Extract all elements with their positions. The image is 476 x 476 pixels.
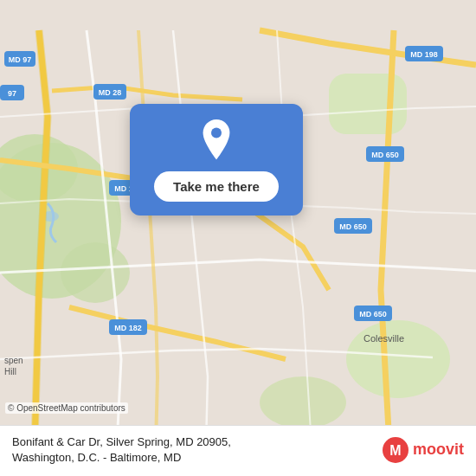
svg-rect-4 <box>329 74 407 134</box>
address-line2: Washington, D.C. - Baltimore, MD <box>12 451 181 464</box>
svg-text:MD 198: MD 198 <box>410 50 438 59</box>
svg-point-6 <box>260 376 346 428</box>
location-pin-icon <box>196 119 237 161</box>
svg-point-3 <box>61 242 130 303</box>
svg-text:M: M <box>389 443 401 458</box>
address-text: Bonifant & Car Dr, Silver Spring, MD 209… <box>12 434 231 466</box>
take-me-there-card: Take me there <box>130 104 303 215</box>
moovit-label: moovit <box>413 441 464 459</box>
moovit-logo: M moovit <box>382 436 464 464</box>
moovit-icon: M <box>382 436 409 464</box>
svg-text:Hill: Hill <box>4 367 16 376</box>
svg-text:97: 97 <box>8 89 16 98</box>
map-container: Colesville spen Hill MD 97 97 MD 28 MD 1… <box>0 0 476 476</box>
take-me-there-button[interactable]: Take me there <box>154 171 279 202</box>
svg-text:MD 650: MD 650 <box>339 222 367 231</box>
svg-text:Colesville: Colesville <box>363 333 404 344</box>
svg-point-29 <box>211 127 222 138</box>
svg-text:MD 182: MD 182 <box>114 324 142 332</box>
osm-attribution[interactable]: © OpenStreetMap contributors <box>5 402 128 414</box>
svg-text:MD 97: MD 97 <box>9 55 32 64</box>
svg-text:MD 650: MD 650 <box>359 310 387 318</box>
osm-attribution-text: © OpenStreetMap contributors <box>8 403 125 413</box>
svg-text:MD 650: MD 650 <box>371 151 399 159</box>
svg-point-5 <box>346 320 450 398</box>
svg-text:MD 28: MD 28 <box>99 88 122 97</box>
address-line1: Bonifant & Car Dr, Silver Spring, MD 209… <box>12 435 231 448</box>
svg-text:spen: spen <box>4 356 23 365</box>
info-bar: Bonifant & Car Dr, Silver Spring, MD 209… <box>0 425 476 476</box>
